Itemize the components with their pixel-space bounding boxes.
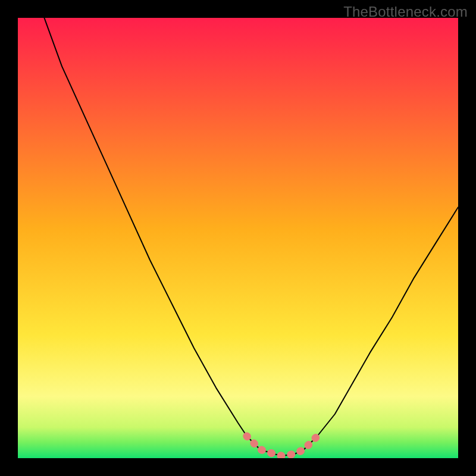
chart-svg — [18, 18, 458, 458]
watermark-text: TheBottleneck.com — [343, 4, 468, 20]
chart-background — [18, 18, 458, 458]
chart-area — [18, 18, 458, 458]
